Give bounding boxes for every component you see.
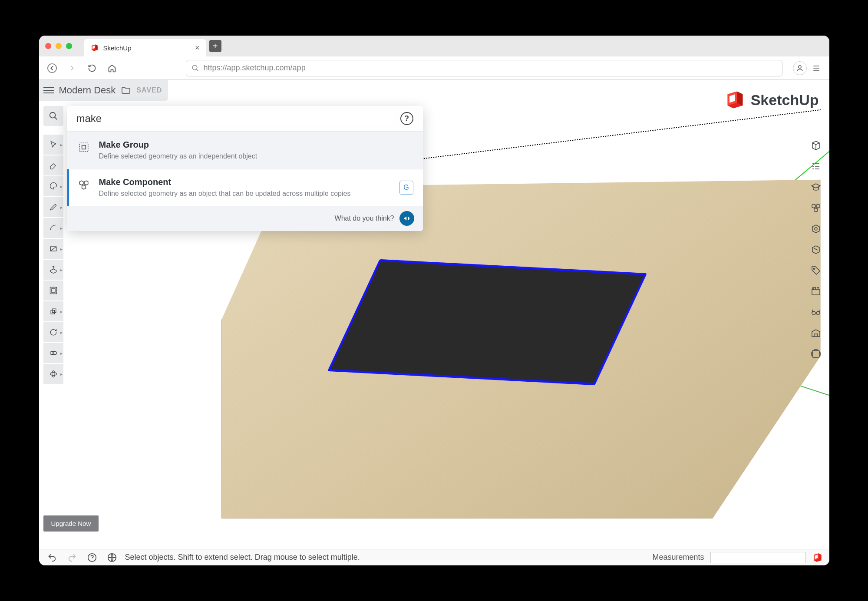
panel-instructor[interactable]	[807, 178, 825, 196]
tool-eraser[interactable]	[43, 155, 63, 175]
offset-icon	[49, 286, 58, 295]
window-controls	[45, 43, 72, 49]
sketchup-app: Modern Desk SAVED SketchUp ▸ ▸ ▸ ▸ ▸	[39, 80, 829, 565]
window-close-button[interactable]	[45, 43, 51, 49]
graduation-icon	[811, 182, 821, 192]
rectangle-icon	[49, 244, 58, 253]
globe-icon	[107, 553, 117, 562]
feedback-button[interactable]	[399, 211, 414, 226]
svg-rect-13	[50, 287, 56, 294]
tool-offset[interactable]	[43, 281, 63, 300]
window-zoom-button[interactable]	[66, 43, 72, 49]
redo-button[interactable]	[65, 551, 79, 565]
feedback-prompt: What do you think?	[335, 215, 394, 222]
search-icon	[49, 111, 58, 121]
main-menu-button[interactable]	[43, 87, 54, 93]
browser-menu-button[interactable]	[809, 61, 823, 75]
back-button[interactable]	[45, 61, 59, 75]
component-icon	[76, 177, 91, 192]
search-icon	[191, 64, 199, 72]
arc-icon	[49, 224, 58, 232]
cube-icon	[811, 140, 821, 151]
measurements-input[interactable]	[710, 552, 806, 563]
status-help-button[interactable]	[85, 551, 99, 565]
brand-logo: SketchUp	[724, 89, 819, 111]
left-toolbar: ▸ ▸ ▸ ▸ ▸ ▸ ▸ ▸ ▸ ▸	[43, 106, 63, 384]
language-button[interactable]	[105, 551, 119, 565]
home-button[interactable]	[105, 61, 119, 75]
address-bar[interactable]: https://app.sketchup.com/app	[186, 60, 782, 76]
svg-point-6	[799, 66, 801, 68]
result-description: Define selected geometry as an object th…	[99, 189, 368, 198]
eraser-icon	[49, 161, 58, 170]
svg-point-5	[192, 65, 197, 70]
reload-button[interactable]	[85, 61, 99, 75]
svg-rect-15	[51, 310, 54, 314]
app-header: Modern Desk SAVED	[39, 80, 168, 101]
panel-3dwarehouse[interactable]	[807, 324, 825, 342]
svg-point-17	[50, 352, 53, 355]
window-minimize-button[interactable]	[56, 43, 62, 49]
cursor-icon	[49, 140, 58, 149]
panel-entity-info[interactable]	[807, 136, 825, 155]
panel-extensions[interactable]	[807, 345, 825, 363]
tool-move[interactable]: ▸	[43, 301, 63, 321]
help-icon	[87, 553, 97, 562]
url-text: https://app.sketchup.com/app	[204, 63, 306, 73]
command-search-button[interactable]	[43, 106, 63, 126]
account-button[interactable]	[793, 61, 807, 75]
new-tab-button[interactable]: +	[209, 40, 221, 52]
panel-materials[interactable]	[807, 220, 825, 238]
result-title: Make Group	[99, 140, 413, 150]
list-icon	[811, 161, 821, 172]
svg-rect-14	[51, 289, 55, 292]
command-search-panel: ? Make Group Define selected geometry as…	[67, 106, 423, 231]
browser-window: SketchUp × + https://app.sketchup.com/ap…	[39, 36, 829, 565]
tool-orbit[interactable]: ▸	[43, 364, 63, 384]
panel-styles[interactable]	[807, 241, 825, 259]
panel-outliner[interactable]	[807, 157, 825, 175]
svg-rect-23	[812, 290, 820, 295]
panel-display[interactable]	[807, 303, 825, 321]
measurements-label: Measurements	[652, 553, 704, 562]
tool-paint[interactable]: ▸	[43, 176, 63, 196]
status-bar: Select objects. Shift to extend select. …	[39, 549, 829, 565]
search-result-make-component[interactable]: Make Component Define selected geometry …	[67, 169, 423, 206]
upgrade-button[interactable]: Upgrade Now	[43, 515, 99, 532]
tool-line[interactable]: ▸	[43, 197, 63, 217]
undo-button[interactable]	[45, 551, 59, 565]
tool-select[interactable]: ▸	[43, 135, 63, 155]
sketchup-favicon	[90, 43, 99, 52]
tool-rectangle[interactable]: ▸	[43, 239, 63, 259]
browser-tab-strip: SketchUp × +	[39, 36, 829, 56]
model-viewport[interactable]: Modern Desk SAVED SketchUp ▸ ▸ ▸ ▸ ▸	[39, 80, 829, 549]
rotate-icon	[49, 328, 58, 337]
forward-button[interactable]	[65, 61, 79, 75]
tool-rotate[interactable]: ▸	[43, 322, 63, 342]
boxes-icon	[811, 203, 821, 213]
panel-tags[interactable]	[807, 261, 825, 280]
pencil-icon	[49, 203, 58, 211]
help-button[interactable]: ?	[400, 112, 413, 125]
tool-arc[interactable]: ▸	[43, 218, 63, 238]
svg-point-22	[813, 268, 815, 270]
glasses-icon	[811, 307, 821, 317]
tool-pushpull[interactable]: ▸	[43, 260, 63, 280]
status-hint: Select objects. Shift to extend select. …	[125, 553, 360, 562]
tool-tape[interactable]: ▸	[43, 343, 63, 363]
svg-rect-16	[52, 309, 56, 312]
paint-icon	[49, 182, 58, 191]
tag-icon	[811, 265, 821, 276]
panel-components[interactable]	[807, 199, 825, 217]
panel-scenes[interactable]	[807, 282, 825, 300]
right-panel-bar	[807, 136, 825, 363]
sketchup-mini-icon[interactable]	[812, 552, 823, 563]
command-search-input[interactable]	[76, 112, 394, 125]
tab-close-button[interactable]: ×	[195, 43, 200, 53]
svg-point-19	[50, 373, 56, 376]
browser-tab[interactable]: SketchUp ×	[84, 39, 206, 56]
search-result-make-group[interactable]: Make Group Define selected geometry as a…	[67, 132, 423, 169]
svg-point-18	[53, 352, 56, 355]
folder-icon[interactable]	[121, 85, 131, 96]
project-name[interactable]: Modern Desk	[59, 85, 116, 96]
